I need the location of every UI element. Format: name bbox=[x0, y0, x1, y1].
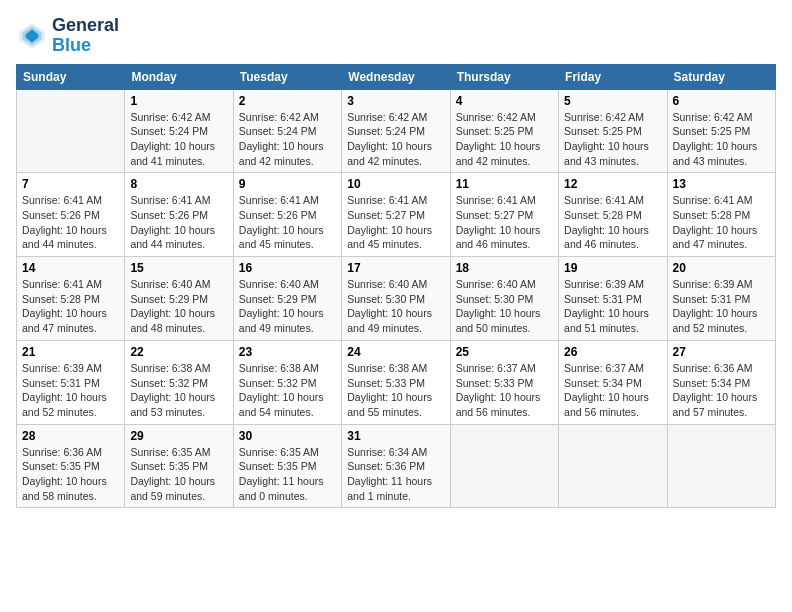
day-number: 2 bbox=[239, 94, 336, 108]
day-info: Sunrise: 6:39 AM Sunset: 5:31 PM Dayligh… bbox=[673, 277, 770, 336]
day-info: Sunrise: 6:41 AM Sunset: 5:28 PM Dayligh… bbox=[673, 193, 770, 252]
weekday-header: Monday bbox=[125, 64, 233, 89]
day-number: 18 bbox=[456, 261, 553, 275]
calendar-cell: 16Sunrise: 6:40 AM Sunset: 5:29 PM Dayli… bbox=[233, 257, 341, 341]
day-info: Sunrise: 6:40 AM Sunset: 5:30 PM Dayligh… bbox=[456, 277, 553, 336]
day-info: Sunrise: 6:36 AM Sunset: 5:34 PM Dayligh… bbox=[673, 361, 770, 420]
calendar-cell: 23Sunrise: 6:38 AM Sunset: 5:32 PM Dayli… bbox=[233, 340, 341, 424]
day-info: Sunrise: 6:41 AM Sunset: 5:26 PM Dayligh… bbox=[239, 193, 336, 252]
day-number: 5 bbox=[564, 94, 661, 108]
day-info: Sunrise: 6:39 AM Sunset: 5:31 PM Dayligh… bbox=[564, 277, 661, 336]
calendar-cell: 8Sunrise: 6:41 AM Sunset: 5:26 PM Daylig… bbox=[125, 173, 233, 257]
day-number: 10 bbox=[347, 177, 444, 191]
calendar-cell: 6Sunrise: 6:42 AM Sunset: 5:25 PM Daylig… bbox=[667, 89, 775, 173]
day-info: Sunrise: 6:42 AM Sunset: 5:25 PM Dayligh… bbox=[456, 110, 553, 169]
day-number: 3 bbox=[347, 94, 444, 108]
day-number: 22 bbox=[130, 345, 227, 359]
calendar-cell: 17Sunrise: 6:40 AM Sunset: 5:30 PM Dayli… bbox=[342, 257, 450, 341]
day-number: 7 bbox=[22, 177, 119, 191]
day-number: 24 bbox=[347, 345, 444, 359]
day-info: Sunrise: 6:37 AM Sunset: 5:34 PM Dayligh… bbox=[564, 361, 661, 420]
header-row: SundayMondayTuesdayWednesdayThursdayFrid… bbox=[17, 64, 776, 89]
calendar-body: 1Sunrise: 6:42 AM Sunset: 5:24 PM Daylig… bbox=[17, 89, 776, 508]
calendar-cell bbox=[667, 424, 775, 508]
calendar-cell: 15Sunrise: 6:40 AM Sunset: 5:29 PM Dayli… bbox=[125, 257, 233, 341]
day-info: Sunrise: 6:41 AM Sunset: 5:27 PM Dayligh… bbox=[347, 193, 444, 252]
calendar-cell: 9Sunrise: 6:41 AM Sunset: 5:26 PM Daylig… bbox=[233, 173, 341, 257]
day-number: 8 bbox=[130, 177, 227, 191]
day-number: 12 bbox=[564, 177, 661, 191]
calendar-cell bbox=[559, 424, 667, 508]
day-number: 21 bbox=[22, 345, 119, 359]
day-info: Sunrise: 6:34 AM Sunset: 5:36 PM Dayligh… bbox=[347, 445, 444, 504]
day-number: 25 bbox=[456, 345, 553, 359]
day-number: 15 bbox=[130, 261, 227, 275]
calendar-cell: 12Sunrise: 6:41 AM Sunset: 5:28 PM Dayli… bbox=[559, 173, 667, 257]
day-info: Sunrise: 6:35 AM Sunset: 5:35 PM Dayligh… bbox=[130, 445, 227, 504]
day-info: Sunrise: 6:40 AM Sunset: 5:30 PM Dayligh… bbox=[347, 277, 444, 336]
day-number: 1 bbox=[130, 94, 227, 108]
calendar-table: SundayMondayTuesdayWednesdayThursdayFrid… bbox=[16, 64, 776, 509]
calendar-cell: 10Sunrise: 6:41 AM Sunset: 5:27 PM Dayli… bbox=[342, 173, 450, 257]
calendar-cell: 18Sunrise: 6:40 AM Sunset: 5:30 PM Dayli… bbox=[450, 257, 558, 341]
calendar-row: 14Sunrise: 6:41 AM Sunset: 5:28 PM Dayli… bbox=[17, 257, 776, 341]
calendar-row: 21Sunrise: 6:39 AM Sunset: 5:31 PM Dayli… bbox=[17, 340, 776, 424]
logo: General Blue bbox=[16, 16, 119, 56]
weekday-header: Tuesday bbox=[233, 64, 341, 89]
weekday-header: Friday bbox=[559, 64, 667, 89]
day-info: Sunrise: 6:40 AM Sunset: 5:29 PM Dayligh… bbox=[130, 277, 227, 336]
day-info: Sunrise: 6:38 AM Sunset: 5:32 PM Dayligh… bbox=[130, 361, 227, 420]
calendar-header: SundayMondayTuesdayWednesdayThursdayFrid… bbox=[17, 64, 776, 89]
calendar-cell: 27Sunrise: 6:36 AM Sunset: 5:34 PM Dayli… bbox=[667, 340, 775, 424]
calendar-cell: 25Sunrise: 6:37 AM Sunset: 5:33 PM Dayli… bbox=[450, 340, 558, 424]
logo-text: General Blue bbox=[52, 16, 119, 56]
day-info: Sunrise: 6:36 AM Sunset: 5:35 PM Dayligh… bbox=[22, 445, 119, 504]
day-number: 4 bbox=[456, 94, 553, 108]
calendar-cell: 26Sunrise: 6:37 AM Sunset: 5:34 PM Dayli… bbox=[559, 340, 667, 424]
weekday-header: Wednesday bbox=[342, 64, 450, 89]
day-number: 30 bbox=[239, 429, 336, 443]
calendar-cell: 4Sunrise: 6:42 AM Sunset: 5:25 PM Daylig… bbox=[450, 89, 558, 173]
weekday-header: Sunday bbox=[17, 64, 125, 89]
calendar-cell: 21Sunrise: 6:39 AM Sunset: 5:31 PM Dayli… bbox=[17, 340, 125, 424]
day-info: Sunrise: 6:42 AM Sunset: 5:24 PM Dayligh… bbox=[130, 110, 227, 169]
day-number: 26 bbox=[564, 345, 661, 359]
day-number: 20 bbox=[673, 261, 770, 275]
day-number: 23 bbox=[239, 345, 336, 359]
day-info: Sunrise: 6:41 AM Sunset: 5:28 PM Dayligh… bbox=[22, 277, 119, 336]
day-info: Sunrise: 6:42 AM Sunset: 5:24 PM Dayligh… bbox=[239, 110, 336, 169]
calendar-cell: 29Sunrise: 6:35 AM Sunset: 5:35 PM Dayli… bbox=[125, 424, 233, 508]
calendar-cell: 30Sunrise: 6:35 AM Sunset: 5:35 PM Dayli… bbox=[233, 424, 341, 508]
calendar-cell: 20Sunrise: 6:39 AM Sunset: 5:31 PM Dayli… bbox=[667, 257, 775, 341]
day-info: Sunrise: 6:41 AM Sunset: 5:26 PM Dayligh… bbox=[22, 193, 119, 252]
day-number: 9 bbox=[239, 177, 336, 191]
weekday-header: Thursday bbox=[450, 64, 558, 89]
day-info: Sunrise: 6:42 AM Sunset: 5:24 PM Dayligh… bbox=[347, 110, 444, 169]
day-number: 28 bbox=[22, 429, 119, 443]
calendar-cell: 3Sunrise: 6:42 AM Sunset: 5:24 PM Daylig… bbox=[342, 89, 450, 173]
day-info: Sunrise: 6:41 AM Sunset: 5:28 PM Dayligh… bbox=[564, 193, 661, 252]
day-number: 17 bbox=[347, 261, 444, 275]
day-info: Sunrise: 6:41 AM Sunset: 5:27 PM Dayligh… bbox=[456, 193, 553, 252]
calendar-row: 7Sunrise: 6:41 AM Sunset: 5:26 PM Daylig… bbox=[17, 173, 776, 257]
calendar-cell: 5Sunrise: 6:42 AM Sunset: 5:25 PM Daylig… bbox=[559, 89, 667, 173]
calendar-cell: 1Sunrise: 6:42 AM Sunset: 5:24 PM Daylig… bbox=[125, 89, 233, 173]
calendar-cell: 7Sunrise: 6:41 AM Sunset: 5:26 PM Daylig… bbox=[17, 173, 125, 257]
day-number: 13 bbox=[673, 177, 770, 191]
day-number: 27 bbox=[673, 345, 770, 359]
weekday-header: Saturday bbox=[667, 64, 775, 89]
day-number: 11 bbox=[456, 177, 553, 191]
calendar-row: 1Sunrise: 6:42 AM Sunset: 5:24 PM Daylig… bbox=[17, 89, 776, 173]
day-info: Sunrise: 6:37 AM Sunset: 5:33 PM Dayligh… bbox=[456, 361, 553, 420]
calendar-cell: 28Sunrise: 6:36 AM Sunset: 5:35 PM Dayli… bbox=[17, 424, 125, 508]
calendar-cell: 13Sunrise: 6:41 AM Sunset: 5:28 PM Dayli… bbox=[667, 173, 775, 257]
calendar-cell: 2Sunrise: 6:42 AM Sunset: 5:24 PM Daylig… bbox=[233, 89, 341, 173]
calendar-cell bbox=[17, 89, 125, 173]
day-number: 14 bbox=[22, 261, 119, 275]
day-number: 19 bbox=[564, 261, 661, 275]
calendar-cell: 19Sunrise: 6:39 AM Sunset: 5:31 PM Dayli… bbox=[559, 257, 667, 341]
calendar-cell bbox=[450, 424, 558, 508]
day-info: Sunrise: 6:42 AM Sunset: 5:25 PM Dayligh… bbox=[564, 110, 661, 169]
calendar-cell: 11Sunrise: 6:41 AM Sunset: 5:27 PM Dayli… bbox=[450, 173, 558, 257]
day-info: Sunrise: 6:42 AM Sunset: 5:25 PM Dayligh… bbox=[673, 110, 770, 169]
